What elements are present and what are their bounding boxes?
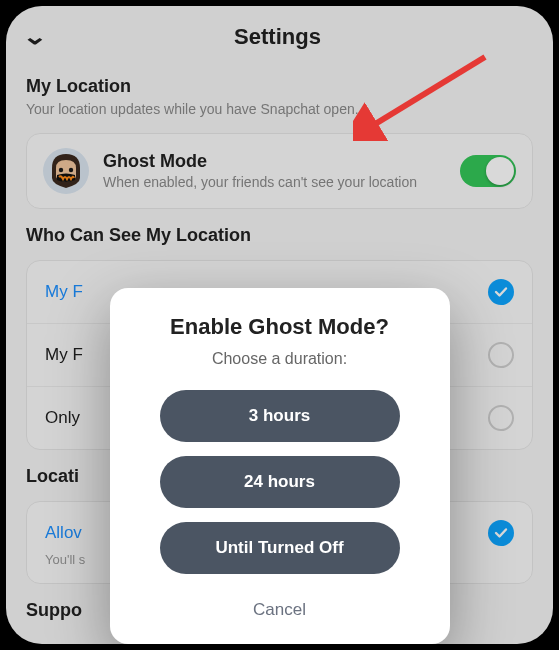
duration-3hours-button[interactable]: 3 hours — [160, 390, 400, 442]
duration-until-off-button[interactable]: Until Turned Off — [160, 522, 400, 574]
modal-subtitle: Choose a duration: — [136, 350, 424, 368]
settings-screen: ⌄ Settings My Location Your location upd… — [6, 6, 553, 644]
ghost-mode-modal: Enable Ghost Mode? Choose a duration: 3 … — [110, 288, 450, 644]
duration-24hours-button[interactable]: 24 hours — [160, 456, 400, 508]
modal-title: Enable Ghost Mode? — [136, 314, 424, 340]
cancel-button[interactable]: Cancel — [136, 592, 424, 628]
